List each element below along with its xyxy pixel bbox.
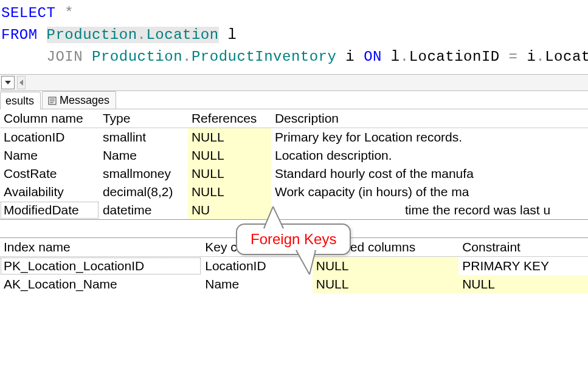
sql-table: Location [146,27,218,43]
tab-results[interactable]: esults [0,92,41,109]
cell-type: decimal(8,2) [99,183,188,201]
col-header[interactable]: Column name [0,109,99,128]
cell-description: Location description. [271,146,588,165]
cell-column-name: CostRate [0,165,99,183]
col-header[interactable]: Description [271,109,588,128]
table-row[interactable]: ModifiedDate datetime NU time the record… [0,201,588,219]
cell-index-name: PK_Location_LocationID [0,257,201,276]
sql-keyword: SELECT [1,5,55,21]
cell-key-columns: Name [201,275,313,293]
view-dropdown[interactable] [1,76,15,89]
col-header[interactable]: Type [99,109,188,128]
sql-star: * [64,5,74,21]
sql-keyword: ON [364,49,382,65]
col-header[interactable]: References [188,109,271,128]
sql-dot: . [182,49,192,65]
sql-keyword: FROM [1,27,38,43]
cell-column-name: ModifiedDate [0,201,99,219]
tab-label: esults [5,95,34,107]
cell-constraint: NULL [458,275,588,293]
sql-dot: . [536,49,545,65]
sql-dot: . [400,49,409,65]
table-row[interactable]: CostRate smallmoney NULL Standard hourly… [0,165,588,183]
col-header[interactable]: Constraint [458,238,588,257]
sql-alias: i [345,49,355,65]
table-row[interactable]: AK_Location_Name Name NULL NULL [0,275,588,293]
cell-references: NU [188,201,271,219]
sql-table: ProductInventory [192,49,336,65]
cell-type: Name [99,146,188,165]
cell-references: NULL [188,146,271,165]
scroll-left-button[interactable] [17,76,26,89]
cell-type: smallmoney [99,165,188,183]
sql-eq: = [509,49,518,65]
cell-references: NULL [188,183,271,201]
grid-separator [0,219,588,237]
cell-index-name: AK_Location_Name [0,275,201,293]
chevron-down-icon [5,81,11,84]
indexes-grid[interactable]: Index name Key columns Included columns … [0,237,588,293]
sql-editor[interactable]: SELECT * FROM Production.Location l JOIN… [0,0,588,74]
cell-description: time the record was last u [271,201,588,219]
table-row[interactable]: LocationID smallint NULL Primary key for… [0,128,588,147]
cell-references: NULL [188,165,271,183]
columns-grid[interactable]: Column name Type References Description … [0,109,588,219]
cell-type: datetime [99,201,188,219]
tab-messages[interactable]: Messages [42,91,116,109]
cell-included-columns: NULL [313,275,458,293]
cell-description: Work capacity (in hours) of the ma [271,183,588,201]
table-row[interactable]: PK_Location_LocationID LocationID NULL P… [0,257,588,276]
cell-column-name: Name [0,146,99,165]
sql-column: LocationID [409,49,500,65]
sql-alias: i [527,49,536,65]
cell-included-columns: NULL [313,257,458,276]
cell-description: Primary key for Location records. [271,128,588,147]
chevron-left-icon [19,80,23,86]
cell-references: NULL [188,128,271,147]
sql-keyword: JOIN [47,49,83,65]
table-row[interactable]: Name Name NULL Location description. [0,146,588,165]
sql-alias: l [228,27,237,43]
sql-indent [1,49,47,65]
col-header[interactable]: Included columns [313,238,458,257]
col-header[interactable]: Index name [0,238,201,257]
grid-header-row: Column name Type References Description [0,109,588,128]
cell-column-name: Availability [0,183,99,201]
results-tabs: esults Messages [0,91,588,109]
tab-label: Messages [60,94,109,107]
cell-description: Standard hourly cost of the manufa [271,165,588,183]
col-header[interactable]: Key columns [201,238,313,257]
cell-key-columns: LocationID [201,257,313,276]
sql-column: LocationID [545,49,588,65]
cell-column-name: LocationID [0,128,99,147]
grid-header-row: Index name Key columns Included columns … [0,238,588,257]
cell-type: smallint [99,128,188,147]
sql-dot: . [137,27,147,43]
cell-constraint: PRIMARY KEY [458,257,588,276]
table-row[interactable]: Availability decimal(8,2) NULL Work capa… [0,183,588,201]
sql-schema: Production [92,49,182,65]
sql-schema: Production [47,27,137,43]
sql-alias: l [391,49,400,65]
results-toolbar [0,74,588,91]
messages-icon [47,96,57,106]
